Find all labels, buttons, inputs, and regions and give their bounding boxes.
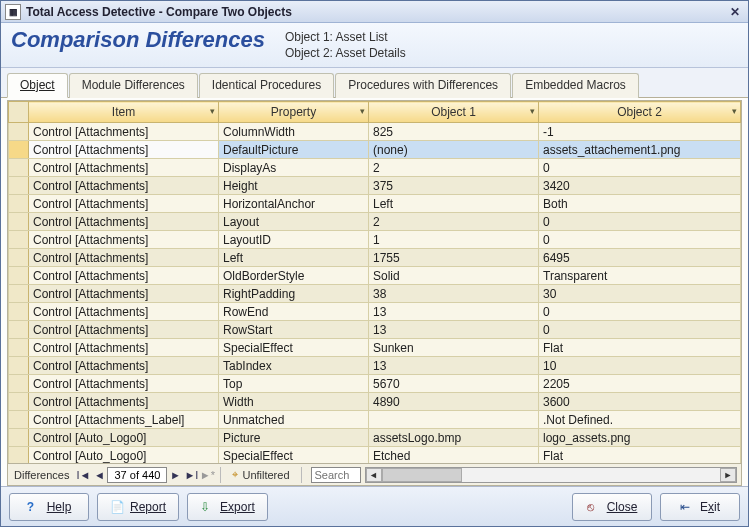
row-selector[interactable] xyxy=(9,159,29,177)
cell[interactable]: LayoutID xyxy=(219,231,369,249)
cell[interactable]: 13 xyxy=(369,357,539,375)
table-row[interactable]: Control [Auto_Logo0]SpecialEffectEtchedF… xyxy=(9,447,741,465)
cell[interactable]: 825 xyxy=(369,123,539,141)
cell[interactable]: HorizontalAnchor xyxy=(219,195,369,213)
nav-last-button[interactable]: ►I xyxy=(183,467,199,483)
cell[interactable]: 0 xyxy=(539,321,741,339)
table-row[interactable]: Control [Attachments]DefaultPicture(none… xyxy=(9,141,741,159)
cell[interactable]: RowStart xyxy=(219,321,369,339)
nav-position-input[interactable] xyxy=(107,467,167,483)
table-row[interactable]: Control [Attachments]Width48903600 xyxy=(9,393,741,411)
row-selector[interactable] xyxy=(9,195,29,213)
table-row[interactable]: Control [Attachments]Left17556495 xyxy=(9,249,741,267)
table-row[interactable]: Control [Attachments]Height3753420 xyxy=(9,177,741,195)
cell[interactable]: 13 xyxy=(369,321,539,339)
cell[interactable]: logo_assets.png xyxy=(539,429,741,447)
cell[interactable]: -1 xyxy=(539,123,741,141)
cell[interactable]: 4890 xyxy=(369,393,539,411)
nav-next-button[interactable]: ► xyxy=(167,467,183,483)
filter-status[interactable]: ⌖ Unfiltered xyxy=(226,468,295,481)
cell[interactable]: Control [Attachments] xyxy=(29,321,219,339)
cell[interactable]: assets_attachement1.png xyxy=(539,141,741,159)
cell[interactable]: SpecialEffect xyxy=(219,339,369,357)
cell[interactable]: Width xyxy=(219,393,369,411)
table-row[interactable]: Control [Attachments]LayoutID10 xyxy=(9,231,741,249)
table-row[interactable]: Control [Attachments]TabIndex1310 xyxy=(9,357,741,375)
cell[interactable]: 2205 xyxy=(539,375,741,393)
cell[interactable]: Control [Attachments] xyxy=(29,375,219,393)
chevron-down-icon[interactable]: ▾ xyxy=(360,106,365,116)
row-selector[interactable] xyxy=(9,321,29,339)
col-object2[interactable]: Object 2▾ xyxy=(539,102,741,123)
differences-grid[interactable]: Item▾ Property▾ Object 1▾ Object 2▾ Cont… xyxy=(7,100,742,464)
cell[interactable]: 0 xyxy=(539,231,741,249)
cell[interactable]: Picture xyxy=(219,429,369,447)
chevron-down-icon[interactable]: ▾ xyxy=(732,106,737,116)
cell[interactable]: Both xyxy=(539,195,741,213)
row-selector[interactable] xyxy=(9,267,29,285)
cell[interactable]: Control [Attachments] xyxy=(29,159,219,177)
tab-procedures-with-differences[interactable]: Procedures with Differences xyxy=(335,73,511,98)
cell[interactable]: 6495 xyxy=(539,249,741,267)
table-row[interactable]: Control [Attachments]OldBorderStyleSolid… xyxy=(9,267,741,285)
cell[interactable]: 2 xyxy=(369,159,539,177)
cell[interactable]: Control [Attachments] xyxy=(29,213,219,231)
cell[interactable]: Control [Attachments] xyxy=(29,339,219,357)
cell[interactable]: 5670 xyxy=(369,375,539,393)
cell[interactable]: DisplayAs xyxy=(219,159,369,177)
cell[interactable]: Control [Attachments] xyxy=(29,267,219,285)
cell[interactable]: Control [Attachments] xyxy=(29,249,219,267)
row-selector[interactable] xyxy=(9,447,29,465)
row-selector[interactable] xyxy=(9,141,29,159)
cell[interactable]: 1 xyxy=(369,231,539,249)
nav-new-button[interactable]: ►* xyxy=(199,467,215,483)
scroll-right-button[interactable]: ► xyxy=(720,468,736,482)
cell[interactable]: 10 xyxy=(539,357,741,375)
cell[interactable]: 0 xyxy=(539,303,741,321)
table-row[interactable]: Control [Attachments_Label]Unmatched.Not… xyxy=(9,411,741,429)
cell[interactable]: Control [Attachments] xyxy=(29,123,219,141)
scroll-left-button[interactable]: ◄ xyxy=(366,468,382,482)
cell[interactable]: 0 xyxy=(539,213,741,231)
cell[interactable]: Control [Attachments] xyxy=(29,303,219,321)
table-row[interactable]: Control [Attachments]Layout20 xyxy=(9,213,741,231)
cell[interactable]: Left xyxy=(219,249,369,267)
cell[interactable]: Top xyxy=(219,375,369,393)
cell[interactable]: Control [Attachments] xyxy=(29,177,219,195)
cell[interactable]: (none) xyxy=(369,141,539,159)
cell[interactable]: Flat xyxy=(539,447,741,465)
row-selector[interactable] xyxy=(9,393,29,411)
cell[interactable]: OldBorderStyle xyxy=(219,267,369,285)
cell[interactable]: ColumnWidth xyxy=(219,123,369,141)
col-property[interactable]: Property▾ xyxy=(219,102,369,123)
cell[interactable]: 38 xyxy=(369,285,539,303)
row-selector-header[interactable] xyxy=(9,102,29,123)
cell[interactable]: Control [Attachments] xyxy=(29,285,219,303)
cell[interactable]: Control [Attachments] xyxy=(29,393,219,411)
export-button[interactable]: ⇩Export xyxy=(187,493,268,521)
row-selector[interactable] xyxy=(9,213,29,231)
row-selector[interactable] xyxy=(9,411,29,429)
table-row[interactable]: Control [Attachments]DisplayAs20 xyxy=(9,159,741,177)
close-button[interactable]: ⎋Close xyxy=(572,493,652,521)
row-selector[interactable] xyxy=(9,249,29,267)
row-selector[interactable] xyxy=(9,339,29,357)
cell[interactable]: Left xyxy=(369,195,539,213)
row-selector[interactable] xyxy=(9,231,29,249)
horizontal-scrollbar[interactable]: ◄ ► xyxy=(365,467,737,483)
cell[interactable]: 30 xyxy=(539,285,741,303)
row-selector[interactable] xyxy=(9,303,29,321)
cell[interactable]: Layout xyxy=(219,213,369,231)
cell[interactable]: assetsLogo.bmp xyxy=(369,429,539,447)
tab-object[interactable]: Object xyxy=(7,73,68,98)
cell[interactable]: 3600 xyxy=(539,393,741,411)
cell[interactable]: Height xyxy=(219,177,369,195)
help-button[interactable]: ?Help xyxy=(9,493,89,521)
cell[interactable]: Control [Attachments] xyxy=(29,231,219,249)
cell[interactable]: 0 xyxy=(539,159,741,177)
cell[interactable]: SpecialEffect xyxy=(219,447,369,465)
row-selector[interactable] xyxy=(9,285,29,303)
row-selector[interactable] xyxy=(9,375,29,393)
table-row[interactable]: Control [Attachments]Top56702205 xyxy=(9,375,741,393)
cell[interactable]: TabIndex xyxy=(219,357,369,375)
